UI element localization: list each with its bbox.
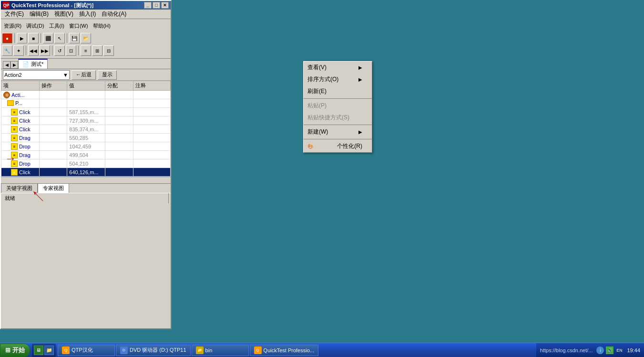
h-scrollbar[interactable] — [1, 177, 171, 183]
cm-refresh-label: 刷新(E) — [307, 87, 327, 95]
cell-note — [133, 91, 170, 99]
cell-op — [39, 168, 67, 177]
cm-new[interactable]: 新建(W) ▶ — [304, 126, 372, 138]
save-button[interactable]: 💾 — [69, 33, 80, 43]
close-button[interactable]: ✕ — [161, 2, 169, 9]
tray-icon-3[interactable]: EN — [615, 346, 623, 354]
table-row[interactable]: ≡Drop504,210 — [1, 159, 171, 168]
btn-f[interactable]: ⊡ — [66, 45, 76, 56]
cm-personalize[interactable]: 🎨 个性化(R) — [304, 140, 372, 152]
btn-i[interactable]: ⊟ — [103, 45, 114, 56]
step-button[interactable]: ⬛ — [43, 33, 53, 43]
tab-expert-view[interactable]: 专家视图 — [38, 183, 69, 193]
cm-sort[interactable]: 排序方式(O) ▶ — [304, 74, 372, 85]
cell-val: 640,126,m... — [67, 168, 105, 177]
col-val: 值 — [67, 81, 105, 91]
taskbar-item-3[interactable]: Q QuickTest Professio... — [250, 345, 318, 356]
toolbar-area: 资源(R) 调试(D) 工具(I) 窗口(W) 帮助(H) ● ▶ ■ ⬛ ↖ … — [1, 19, 171, 59]
tab-test[interactable]: 📄 测试* — [18, 59, 48, 69]
start-button[interactable]: ⊞ 开始 — [0, 344, 30, 357]
menu-automate[interactable]: 自动化(A) — [99, 9, 129, 19]
table-row[interactable]: ≡Drop1042,459 — [1, 142, 171, 151]
table-row[interactable]: ≡Click587,155,m... — [1, 108, 171, 116]
menu-resource[interactable]: 资源(R) — [2, 22, 23, 30]
table-row[interactable]: ≡Click640,126,m... — [1, 168, 171, 177]
cell-note — [133, 142, 170, 151]
action-select[interactable]: Action2 ▼ — [3, 70, 70, 80]
cell-dist — [105, 99, 133, 108]
cell-note — [133, 116, 170, 125]
taskbar-item-0[interactable]: Q QTP汉化 — [58, 345, 115, 356]
cell-dist — [105, 91, 133, 99]
btn-a[interactable]: 🔧 — [2, 45, 12, 56]
quick-launch-icon-1[interactable]: 🖥 — [34, 346, 43, 355]
cell-op — [39, 91, 67, 99]
cell-val: 550,285 — [67, 134, 105, 142]
cell-op — [39, 116, 67, 125]
cell-val: 1042,459 — [67, 142, 105, 151]
item-label: Click — [19, 169, 31, 175]
col-op: 操作 — [39, 81, 67, 91]
btn-d[interactable]: ▶▶ — [40, 45, 50, 56]
menu-help[interactable]: 帮助(H) — [91, 22, 112, 30]
table-row[interactable]: ≡Drag550,285 — [1, 134, 171, 142]
table-row[interactable]: ≡Click835,374,m... — [1, 125, 171, 134]
menu-window[interactable]: 窗口(W) — [67, 22, 90, 30]
cell-item: ⚙Acti... — [1, 91, 40, 99]
run-button[interactable]: ▶ — [17, 33, 27, 43]
btn-h[interactable]: ⊞ — [92, 45, 102, 56]
table-row[interactable]: ⚙Acti... — [1, 91, 171, 99]
taskbar-icon-3: Q — [254, 346, 262, 354]
separator-4 — [26, 46, 26, 55]
taskbar-item-2[interactable]: 📁 bin — [192, 345, 249, 356]
menu-debug[interactable]: 调试(D) — [24, 22, 46, 30]
separator-6 — [78, 46, 79, 55]
window-title: QuickTest Professional - [测试(*)] — [11, 2, 93, 9]
btn-c[interactable]: ◀◀ — [28, 45, 39, 56]
action-icon: ⚙ — [3, 92, 10, 98]
taskbar-label-3: QuickTest Professio... — [264, 347, 314, 353]
step-icon: ≡ — [11, 109, 18, 116]
taskbar-label-0: QTP汉化 — [72, 346, 93, 354]
tab-nav-left[interactable]: ◀ — [3, 61, 10, 69]
taskbar-item-1[interactable]: D DVD 驱动器 (D:) QTP11 — [116, 345, 191, 356]
open-button[interactable]: 📂 — [81, 33, 91, 43]
cm-paste-label: 粘贴(P) — [307, 102, 327, 110]
record-button[interactable]: ● — [2, 33, 12, 43]
clock: 19:44 — [627, 347, 640, 353]
table-row[interactable]: ≡Click727,309,m... — [1, 116, 171, 125]
maximize-button[interactable]: □ — [153, 2, 160, 9]
minimize-button[interactable]: _ — [144, 2, 152, 9]
context-menu: 查看(V) ▶ 排序方式(O) ▶ 刷新(E) 粘贴(P) 粘贴快捷方式(S) … — [303, 61, 372, 153]
btn-g[interactable]: ≡ — [81, 45, 91, 56]
btn-e[interactable]: ↺ — [54, 45, 65, 56]
separator-2 — [41, 33, 41, 43]
tab-nav-right[interactable]: ▶ — [10, 61, 18, 69]
tray-icon-2[interactable]: 🔊 — [606, 346, 613, 354]
item-label: Acti... — [11, 92, 25, 98]
cm-view[interactable]: 查看(V) ▶ — [304, 62, 372, 74]
cm-refresh[interactable]: 刷新(E) — [304, 85, 372, 97]
cell-dist — [105, 151, 133, 159]
cursor-button[interactable]: ↖ — [54, 33, 65, 43]
cm-sort-arrow: ▶ — [358, 77, 362, 82]
title-bar-buttons: _ □ ✕ — [144, 2, 169, 9]
menu-view[interactable]: 视图(V) — [51, 9, 76, 19]
col-dist: 分配 — [105, 81, 133, 91]
cell-dist — [105, 168, 133, 177]
cell-op — [39, 142, 67, 151]
menu-file[interactable]: 文件(E) — [2, 9, 27, 19]
back-button[interactable]: ←后退 — [72, 70, 96, 80]
tray-icon-1[interactable]: i — [596, 346, 604, 354]
btn-b[interactable]: ✦ — [13, 45, 24, 56]
quick-launch-icon-2[interactable]: 📁 — [44, 346, 54, 355]
status-bar: 就绪 — [1, 193, 171, 203]
table-row[interactable]: P... — [1, 99, 171, 108]
toolbar-row-3: 🔧 ✦ ◀◀ ▶▶ ↺ ⊡ ≡ ⊞ ⊟ — [2, 45, 170, 56]
stop-button[interactable]: ■ — [28, 33, 39, 43]
menu-edit[interactable]: 编辑(B) — [27, 9, 51, 19]
table-row[interactable]: ≡Drag499,504 — [1, 151, 171, 159]
show-button[interactable]: 显示 — [98, 70, 117, 80]
menu-insert[interactable]: 插入(I) — [76, 9, 99, 19]
menu-tools[interactable]: 工具(I) — [47, 22, 66, 30]
